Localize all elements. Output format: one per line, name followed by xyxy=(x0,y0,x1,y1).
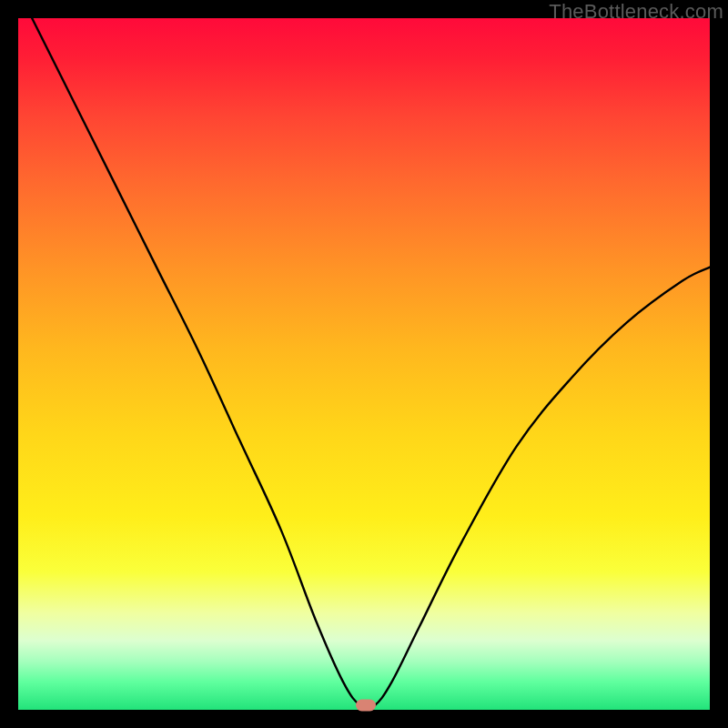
bottleneck-curve xyxy=(18,18,710,710)
chart-frame: TheBottleneck.com xyxy=(0,0,728,728)
plot-area xyxy=(18,18,710,710)
attribution-text: TheBottleneck.com xyxy=(549,0,723,24)
curve-minimum-marker xyxy=(356,700,376,712)
